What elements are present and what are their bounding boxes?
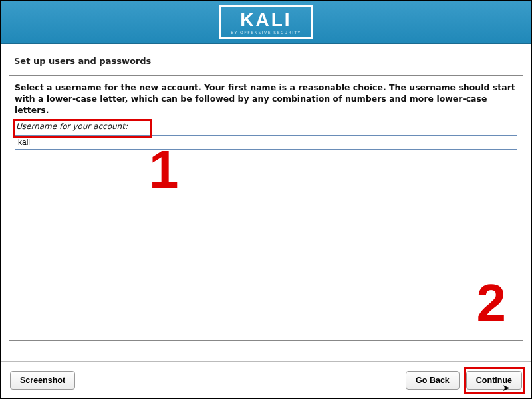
username-input[interactable] <box>15 135 517 150</box>
header-banner: KALI BY OFFENSIVE SECURITY <box>1 1 531 44</box>
footer-bar: Screenshot Go Back Continue <box>1 361 531 398</box>
kali-logo-subtitle: BY OFFENSIVE SECURITY <box>231 31 301 35</box>
instruction-text: Select a username for the new account. Y… <box>15 82 517 116</box>
annotation-number-2: 2 <box>477 273 507 334</box>
screenshot-button[interactable]: Screenshot <box>10 371 75 390</box>
content-frame: Select a username for the new account. Y… <box>9 75 523 341</box>
annotation-number-1: 1 <box>149 139 179 200</box>
continue-button[interactable]: Continue <box>466 371 522 390</box>
kali-logo-text: KALI <box>231 11 301 29</box>
page-title: Set up users and passwords <box>1 44 531 75</box>
go-back-button[interactable]: Go Back <box>406 371 460 390</box>
kali-logo: KALI BY OFFENSIVE SECURITY <box>219 5 313 39</box>
username-label: Username for your account: <box>16 122 517 131</box>
